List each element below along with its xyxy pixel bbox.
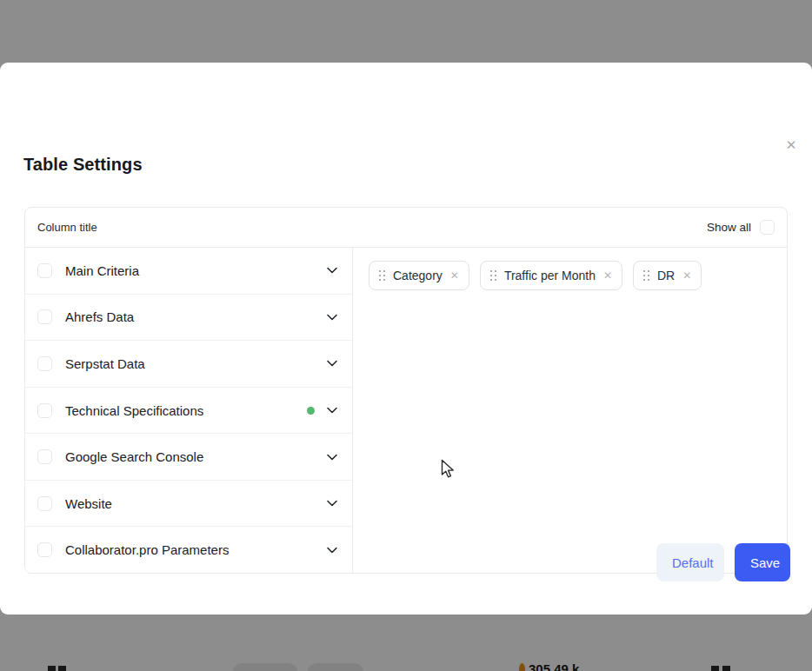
default-button[interactable]: Default <box>656 543 724 581</box>
chip-label: DR <box>657 269 675 282</box>
modal-title: Table Settings <box>23 155 143 175</box>
show-all-checkbox[interactable] <box>760 220 775 235</box>
category-label: Google Search Console <box>65 449 203 464</box>
column-chip-traffic-per-month[interactable]: Traffic per Month ✕ <box>480 261 622 290</box>
chevron-down-icon[interactable] <box>325 356 339 370</box>
category-label: Collaborator.pro Parameters <box>65 542 229 557</box>
close-icon[interactable]: ✕ <box>781 134 802 155</box>
category-label: Main Criteria <box>65 263 139 278</box>
chevron-down-icon[interactable] <box>325 263 339 277</box>
chip-label: Traffic per Month <box>504 269 596 282</box>
category-label: Serpstat Data <box>65 356 145 371</box>
category-checkbox[interactable] <box>37 403 52 418</box>
column-chip-category[interactable]: Category ✕ <box>369 261 469 290</box>
drag-handle-icon[interactable] <box>643 270 649 281</box>
category-checkbox[interactable] <box>37 496 52 511</box>
chevron-down-icon[interactable] <box>325 310 339 324</box>
chevron-down-icon[interactable] <box>325 450 339 464</box>
panel-header: Column title Show all <box>25 208 787 248</box>
category-row-serpstat-data[interactable]: Serpstat Data <box>25 341 352 388</box>
column-chip-dr[interactable]: DR ✕ <box>633 261 702 290</box>
columns-panel: Column title Show all Main Criteria Ahre… <box>24 207 788 574</box>
category-row-ahrefs-data[interactable]: Ahrefs Data <box>25 295 352 342</box>
category-label: Technical Specifications <box>65 403 203 418</box>
show-all-label: Show all <box>707 221 751 234</box>
category-checkbox[interactable] <box>37 449 52 464</box>
chip-label: Category <box>393 269 443 282</box>
category-list: Main Criteria Ahrefs Data Serpstat Data <box>25 248 353 573</box>
active-indicator-dot <box>307 407 315 415</box>
category-row-technical-specifications[interactable]: Technical Specifications <box>25 388 352 435</box>
category-checkbox[interactable] <box>37 309 52 324</box>
category-label: Website <box>65 496 112 511</box>
remove-chip-icon[interactable]: ✕ <box>603 270 612 281</box>
category-label: Ahrefs Data <box>65 309 134 324</box>
chevron-down-icon[interactable] <box>325 543 339 557</box>
selected-columns-area: Category ✕ Traffic per Month ✕ DR ✕ <box>353 248 787 573</box>
panel-body: Main Criteria Ahrefs Data Serpstat Data <box>25 248 787 573</box>
remove-chip-icon[interactable]: ✕ <box>682 270 691 281</box>
category-row-website[interactable]: Website <box>25 481 352 528</box>
category-checkbox[interactable] <box>37 356 52 371</box>
category-row-google-search-console[interactable]: Google Search Console <box>25 434 352 481</box>
save-button[interactable]: Save <box>735 543 790 581</box>
category-row-collaborator-pro-parameters[interactable]: Collaborator.pro Parameters <box>25 527 352 573</box>
category-checkbox[interactable] <box>37 263 52 278</box>
chevron-down-icon[interactable] <box>325 496 339 510</box>
column-title-label: Column title <box>37 221 97 234</box>
chevron-down-icon[interactable] <box>325 403 339 417</box>
table-settings-modal: ✕ Table Settings Column title Show all M… <box>0 63 812 615</box>
category-checkbox[interactable] <box>37 542 52 557</box>
remove-chip-icon[interactable]: ✕ <box>450 270 459 281</box>
drag-handle-icon[interactable] <box>379 270 385 281</box>
category-row-main-criteria[interactable]: Main Criteria <box>25 248 352 295</box>
modal-footer: Default Save <box>656 543 790 581</box>
drag-handle-icon[interactable] <box>490 270 496 281</box>
